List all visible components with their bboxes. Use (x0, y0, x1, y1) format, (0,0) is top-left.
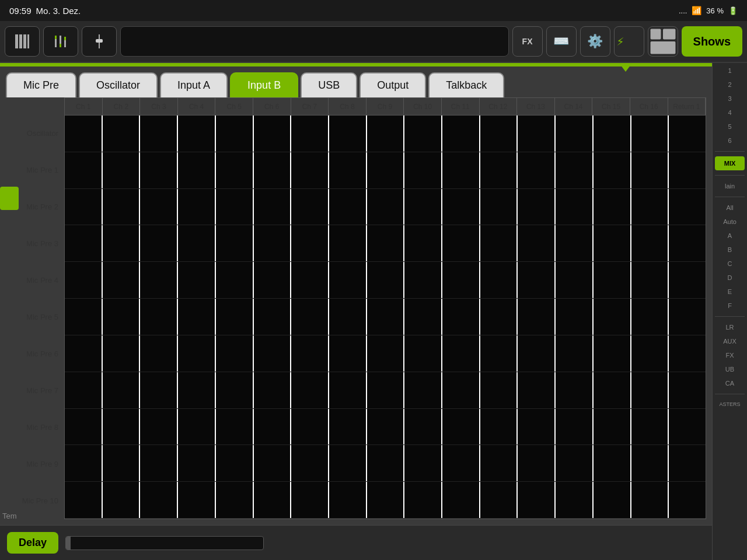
cell-2-7[interactable] (329, 189, 367, 225)
cell-0-5[interactable] (254, 116, 292, 152)
cell-8-13[interactable] (556, 409, 594, 445)
right-panel-4[interactable]: 4 (715, 107, 745, 118)
cell-8-1[interactable] (103, 409, 141, 445)
cell-5-12[interactable] (518, 299, 556, 335)
cell-3-5[interactable] (254, 225, 292, 261)
cell-6-6[interactable] (291, 335, 329, 372)
cell-8-16[interactable] (669, 409, 706, 445)
cell-3-7[interactable] (329, 225, 367, 261)
cell-8-6[interactable] (291, 409, 329, 445)
cell-1-7[interactable] (329, 152, 367, 188)
cell-7-7[interactable] (329, 372, 367, 408)
cell-7-5[interactable] (254, 372, 292, 408)
cell-10-15[interactable] (631, 482, 669, 518)
cell-2-13[interactable] (556, 189, 594, 225)
cell-4-15[interactable] (631, 262, 669, 298)
cell-0-6[interactable] (291, 116, 329, 152)
cell-3-2[interactable] (140, 225, 178, 261)
cell-6-4[interactable] (216, 335, 254, 372)
cell-1-13[interactable] (556, 152, 594, 188)
cell-4-7[interactable] (329, 262, 367, 298)
cell-6-8[interactable] (367, 335, 405, 372)
cell-1-5[interactable] (254, 152, 292, 188)
cell-9-7[interactable] (329, 445, 367, 481)
cell-5-5[interactable] (254, 299, 292, 335)
cell-2-4[interactable] (216, 189, 254, 225)
cell-4-14[interactable] (594, 262, 631, 298)
all-button[interactable]: All (715, 202, 745, 214)
cell-9-15[interactable] (631, 445, 669, 481)
cell-4-4[interactable] (216, 262, 254, 298)
cell-10-0[interactable] (65, 482, 103, 518)
cell-8-3[interactable] (178, 409, 216, 445)
b-button[interactable]: B (715, 244, 745, 256)
cell-0-13[interactable] (556, 116, 594, 152)
cell-10-6[interactable] (291, 482, 329, 518)
c-button[interactable]: C (715, 258, 745, 270)
cell-1-0[interactable] (65, 152, 103, 188)
grid-view-button[interactable] (5, 26, 40, 57)
cell-5-0[interactable] (65, 299, 103, 335)
cell-2-10[interactable] (442, 189, 480, 225)
cell-8-5[interactable] (254, 409, 292, 445)
left-green-button[interactable] (0, 187, 19, 210)
cell-10-1[interactable] (103, 482, 141, 518)
cell-2-15[interactable] (631, 189, 669, 225)
cell-8-8[interactable] (367, 409, 405, 445)
tab-input-b[interactable]: Input B (230, 72, 298, 97)
grid-settings-button[interactable]: ⚡ (614, 26, 644, 57)
cell-4-13[interactable] (556, 262, 594, 298)
cell-2-9[interactable] (404, 189, 442, 225)
cell-9-8[interactable] (367, 445, 405, 481)
cell-2-12[interactable] (518, 189, 556, 225)
cell-10-8[interactable] (367, 482, 405, 518)
cell-8-15[interactable] (631, 409, 669, 445)
cell-1-8[interactable] (367, 152, 405, 188)
tab-output[interactable]: Output (359, 72, 426, 97)
cell-9-0[interactable] (65, 445, 103, 481)
cell-6-5[interactable] (254, 335, 292, 372)
cell-2-0[interactable] (65, 189, 103, 225)
cell-9-12[interactable] (518, 445, 556, 481)
cell-3-1[interactable] (103, 225, 141, 261)
cell-7-13[interactable] (556, 372, 594, 408)
fader-button[interactable] (82, 26, 117, 57)
aux-button[interactable]: AUX (715, 335, 745, 347)
cell-2-8[interactable] (367, 189, 405, 225)
cell-5-15[interactable] (631, 299, 669, 335)
cell-8-14[interactable] (594, 409, 631, 445)
cell-5-13[interactable] (556, 299, 594, 335)
cell-8-0[interactable] (65, 409, 103, 445)
auto-button[interactable]: Auto (715, 216, 745, 228)
cell-3-15[interactable] (631, 225, 669, 261)
ca-button[interactable]: CA (715, 377, 745, 389)
cell-7-16[interactable] (669, 372, 706, 408)
cell-5-2[interactable] (140, 299, 178, 335)
cell-1-14[interactable] (594, 152, 631, 188)
cell-1-3[interactable] (178, 152, 216, 188)
right-panel-3[interactable]: 3 (715, 93, 745, 104)
cell-6-11[interactable] (480, 335, 518, 372)
cell-7-2[interactable] (140, 372, 178, 408)
cell-0-4[interactable] (216, 116, 254, 152)
lr-button[interactable]: LR (715, 321, 745, 333)
cell-3-0[interactable] (65, 225, 103, 261)
cell-2-14[interactable] (594, 189, 631, 225)
fx-r-button[interactable]: FX (715, 349, 745, 361)
f-button[interactable]: F (715, 300, 745, 312)
cell-10-11[interactable] (480, 482, 518, 518)
cell-6-7[interactable] (329, 335, 367, 372)
right-panel-6[interactable]: 6 (715, 135, 745, 146)
cell-8-9[interactable] (404, 409, 442, 445)
cell-3-4[interactable] (216, 225, 254, 261)
cell-10-2[interactable] (140, 482, 178, 518)
cell-9-13[interactable] (556, 445, 594, 481)
cell-9-6[interactable] (291, 445, 329, 481)
cell-5-8[interactable] (367, 299, 405, 335)
cell-8-4[interactable] (216, 409, 254, 445)
cell-5-16[interactable] (669, 299, 706, 335)
cell-0-3[interactable] (178, 116, 216, 152)
cell-9-9[interactable] (404, 445, 442, 481)
cell-7-0[interactable] (65, 372, 103, 408)
keyboard-button[interactable]: ⌨️ (546, 26, 577, 57)
